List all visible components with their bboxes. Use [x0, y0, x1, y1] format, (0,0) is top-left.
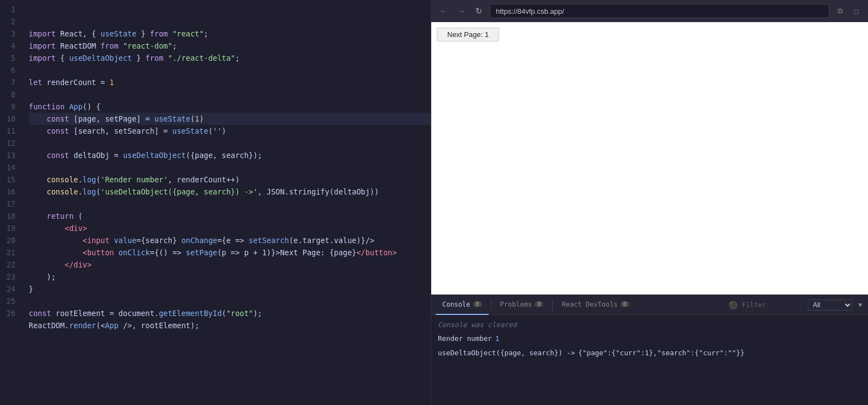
line-number: 20	[0, 234, 21, 246]
code-line: }	[29, 283, 431, 295]
line-number: 2	[0, 15, 21, 28]
token-plain: (<	[96, 321, 105, 330]
line-number: 21	[0, 246, 21, 259]
token-str: 'useDeltaObject({page, search}) ->'	[100, 187, 257, 196]
code-line: import ReactDOM from "react-dom";	[29, 40, 431, 52]
console-panel: Console 0 Problems 0 React DevTools 0 ⚫ …	[431, 294, 868, 405]
tab-problems[interactable]: Problems 0	[494, 295, 551, 315]
token-plain: renderCount =	[42, 78, 109, 87]
filter-dropdown-button[interactable]: ▼	[857, 301, 864, 309]
url-bar[interactable]	[490, 4, 829, 18]
problems-tab-badge: 0	[534, 301, 543, 307]
code-line	[29, 88, 431, 101]
console-output[interactable]: Console was cleared Render number 1 useD…	[431, 315, 868, 405]
code-content[interactable]: import React, { useState } from "react";…	[21, 0, 431, 405]
token-fn: useDeltaObject	[123, 151, 186, 160]
token-str: "root"	[226, 309, 253, 318]
filter-clear-icon[interactable]: ⚫	[728, 301, 738, 309]
right-panel: ← → ↻ ⧉ □ Next Page: 1 Console 0 Problem…	[431, 0, 868, 405]
token-kw: const	[47, 114, 70, 123]
maximize-icon[interactable]: □	[850, 5, 862, 17]
token-plain	[29, 187, 47, 196]
token-plain	[114, 248, 118, 257]
token-plain: />, rootElement);	[119, 321, 199, 330]
token-plain: (e.target.value)}/>	[289, 236, 374, 245]
tab-divider-2	[552, 299, 553, 311]
token-str: "react"	[172, 29, 204, 38]
code-line: console.log('Render number', renderCount…	[29, 173, 431, 186]
token-plain: [page, setPage] =	[69, 114, 154, 123]
line-number: 13	[0, 149, 21, 161]
line-number: 4	[0, 40, 21, 52]
token-plain: ;	[204, 29, 208, 38]
token-method: getElementById	[159, 309, 222, 318]
token-plain: deltaObj =	[69, 151, 123, 160]
code-line: console.log('useDeltaObject({page, searc…	[29, 186, 431, 198]
token-plain: )	[199, 114, 204, 123]
code-editor: 1234567891011121314151617181920212223242…	[0, 0, 431, 405]
token-plain: , JSON.stringify(deltaObj))	[258, 187, 379, 196]
token-kw: from	[145, 54, 163, 62]
token-tag: <input	[83, 236, 110, 245]
token-tag: </div>	[65, 260, 92, 269]
token-plain: (	[190, 114, 195, 123]
filter-input[interactable]	[770, 301, 803, 309]
line-number: 11	[0, 125, 21, 137]
code-line: import React, { useState } from "react";	[29, 28, 431, 40]
line-number: 19	[0, 222, 21, 234]
tab-divider-1	[491, 299, 491, 311]
token-str: 'Render number'	[100, 175, 168, 184]
filter-label: Filter	[742, 301, 766, 309]
tab-console[interactable]: Console 0	[436, 295, 489, 315]
token-attr: onChange	[181, 236, 217, 245]
token-plain: ReactDOM.	[29, 321, 69, 330]
token-plain: }	[132, 54, 145, 62]
token-tag: </button>	[356, 248, 396, 257]
problems-tab-label: Problems	[500, 301, 532, 308]
token-plain: }	[29, 285, 33, 293]
token-plain: (p => p + 1)}>Next Page: {page}	[217, 248, 356, 257]
token-plain: ={search}	[136, 236, 181, 245]
filter-select[interactable]: All Errors Warnings Info	[808, 299, 853, 311]
browser-icons: ⧉ □	[834, 5, 862, 17]
line-number: 26	[0, 307, 21, 319]
token-str: ''	[213, 127, 221, 135]
tab-react-devtools[interactable]: React DevTools 0	[555, 295, 636, 315]
token-plain: ;	[235, 54, 240, 62]
next-page-button[interactable]: Next Page: 1	[437, 28, 499, 41]
line-number: 14	[0, 161, 21, 173]
token-kw: import	[29, 54, 56, 62]
code-line: const [search, setSearch] = useState('')	[29, 125, 431, 137]
token-plain	[168, 29, 172, 38]
line-number: 22	[0, 259, 21, 271]
forward-button[interactable]: →	[454, 4, 468, 18]
token-attr: value	[114, 236, 136, 245]
code-line	[29, 137, 431, 149]
token-plain	[119, 41, 123, 50]
windows-icon[interactable]: ⧉	[834, 5, 846, 17]
token-kw: import	[29, 29, 56, 38]
line-number: 8	[0, 88, 21, 101]
back-button[interactable]: ←	[437, 4, 450, 18]
code-line: <div>	[29, 222, 431, 234]
code-line: const rootElement = document.getElementB…	[29, 307, 431, 319]
code-line: let renderCount = 1	[29, 76, 431, 88]
token-method: log	[83, 187, 96, 196]
line-number: 25	[0, 295, 21, 307]
line-number: 23	[0, 271, 21, 283]
line-number: 9	[0, 101, 21, 113]
code-line: ReactDOM.render(<App />, rootElement);	[29, 319, 431, 332]
token-num: 1	[109, 78, 114, 87]
token-method: log	[83, 175, 96, 184]
browser-content: Next Page: 1	[431, 22, 868, 294]
refresh-button[interactable]: ↻	[472, 4, 485, 18]
token-kw: from	[100, 41, 119, 50]
token-fn: setPage	[186, 248, 218, 257]
token-plain	[65, 102, 69, 111]
react-devtools-tab-label: React DevTools	[562, 301, 617, 308]
code-line: const [page, setPage] = useState(1)	[29, 113, 431, 125]
token-plain: ReactDOM	[56, 41, 100, 50]
code-line: <button onClick={() => setPage(p => p + …	[29, 246, 431, 259]
token-plain: {	[56, 54, 69, 62]
console-tab-label: Console	[442, 301, 470, 308]
